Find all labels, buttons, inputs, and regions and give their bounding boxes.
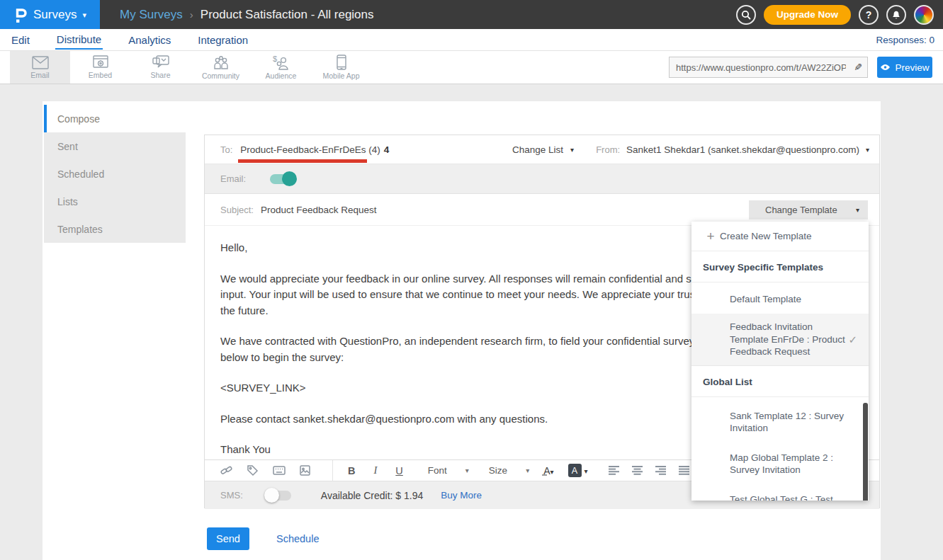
product-switcher[interactable]: Surveys ▾	[0, 0, 100, 29]
text-color-button[interactable]: A▾	[539, 465, 558, 476]
toggle-knob	[264, 488, 279, 503]
help-button[interactable]: ?	[859, 5, 879, 25]
tab-edit[interactable]: Edit	[10, 30, 31, 49]
chevron-down-icon: ▾	[550, 468, 554, 476]
color-bar	[542, 474, 546, 476]
mobile-app-icon	[337, 55, 346, 70]
align-center-icon[interactable]	[626, 466, 649, 475]
chevron-down-icon: ▾	[570, 146, 574, 154]
share-icon	[152, 55, 169, 69]
toolbar-divider	[332, 460, 333, 481]
sms-toggle[interactable]	[266, 491, 291, 501]
template-item-test-global[interactable]: Test Global Test G : Test RAA G	[691, 487, 869, 501]
chevron-down-icon: ▾	[866, 146, 869, 154]
template-item-default[interactable]: Default Template	[691, 282, 869, 314]
template-item-sank[interactable]: Sank Template 12 : Survey Invitation	[691, 404, 869, 441]
sms-label: SMS:	[220, 490, 243, 501]
check-icon: ✓	[848, 333, 857, 347]
keyboard-icon[interactable]	[266, 466, 292, 475]
font-family-dropdown[interactable]: Font▾	[418, 465, 479, 476]
chevron-down-icon: ▾	[526, 467, 529, 474]
community-icon	[213, 55, 230, 70]
change-template-dropdown[interactable]: Change Template ▾	[749, 200, 868, 219]
sidebar-item-sent[interactable]: Sent	[44, 132, 186, 160]
align-right-icon[interactable]	[649, 466, 672, 475]
insert-tag-icon[interactable]	[239, 464, 266, 476]
from-value: Sanket1 Shekdar1 (sanket.shekdar@questio…	[626, 144, 859, 155]
survey-url-input[interactable]	[670, 62, 849, 73]
subject-label: Subject:	[220, 205, 254, 215]
template-item-map-global[interactable]: Map Global Template 2 : Survey Invitatio…	[691, 445, 869, 483]
bold-button[interactable]: B	[339, 465, 364, 476]
edit-url-pencil-icon[interactable]: ✎	[849, 62, 867, 73]
chevron-down-icon: ▾	[856, 206, 859, 214]
survey-specific-templates-header: Survey Specific Templates	[691, 251, 869, 282]
page-title: Product Satisfaction - All regions	[201, 8, 374, 22]
breadcrumb: My Surveys › Product Satisfaction - All …	[120, 8, 374, 22]
send-button[interactable]: Send	[207, 527, 249, 550]
survey-link-field: ✎	[669, 57, 868, 78]
svg-text:$: $	[273, 55, 277, 63]
from-label: From:	[596, 144, 620, 155]
top-header: Surveys ▾ My Surveys › Product Satisfact…	[0, 0, 943, 29]
available-credit: Available Credit: $ 1.94	[321, 490, 424, 501]
from-sender-dropdown[interactable]: From: Sanket1 Shekdar1 (sanket.shekdar@q…	[580, 144, 869, 155]
sidebar-item-scheduled[interactable]: Scheduled	[44, 160, 186, 188]
question-mark-icon: ?	[866, 9, 872, 21]
email-toggle[interactable]	[270, 174, 295, 184]
preview-button[interactable]: Preview	[877, 57, 932, 78]
eye-icon	[880, 64, 891, 71]
sidebar-item-lists[interactable]: Lists	[44, 188, 186, 215]
responses-count: Responses: 0	[876, 35, 934, 45]
search-button[interactable]	[736, 5, 756, 25]
insert-image-icon[interactable]	[292, 465, 318, 476]
survey-tabs: Edit Distribute Analytics Integration Re…	[0, 29, 943, 51]
insert-link-icon[interactable]	[213, 464, 239, 476]
user-avatar[interactable]	[914, 5, 934, 25]
sidebar-item-templates[interactable]: Templates	[44, 215, 186, 243]
underline-button[interactable]: U	[386, 465, 412, 476]
channel-share[interactable]: Share	[130, 51, 191, 84]
tab-distribute[interactable]: Distribute	[55, 30, 103, 50]
create-new-template-item[interactable]: + Create New Template	[691, 222, 869, 251]
tab-analytics[interactable]: Analytics	[127, 30, 172, 49]
scrollbar-thumb[interactable]	[863, 403, 868, 501]
email-toggle-label: Email:	[220, 173, 246, 184]
notifications-button[interactable]	[886, 5, 906, 25]
buy-more-link[interactable]: Buy More	[441, 490, 482, 501]
template-menu: + Create New Template Survey Specific Te…	[691, 222, 869, 501]
italic-button[interactable]: I	[364, 464, 386, 476]
channel-email[interactable]: Email	[10, 51, 70, 84]
channel-toolbar: Email Embed Share Community $ Audienc	[0, 51, 943, 84]
background-color-button[interactable]: A▾	[564, 464, 592, 477]
email-toggle-row: Email:	[205, 164, 879, 194]
tab-integration[interactable]: Integration	[196, 30, 249, 49]
chevron-down-icon: ▾	[585, 467, 588, 475]
channel-embed[interactable]: Embed	[70, 51, 130, 84]
sidebar-item-compose[interactable]: Compose	[44, 105, 186, 132]
chevron-down-icon: ▾	[82, 11, 86, 20]
toggle-knob	[282, 171, 297, 186]
change-list-dropdown[interactable]: Change List ▾	[512, 144, 574, 155]
to-label: To:	[220, 144, 232, 155]
search-icon	[741, 10, 751, 20]
channel-audience[interactable]: $ Audience	[251, 51, 311, 84]
channel-mobile-app[interactable]: Mobile App	[311, 51, 371, 84]
recipient-count: 4	[384, 144, 390, 155]
align-left-icon[interactable]	[602, 466, 626, 475]
recipient-list-name[interactable]: Product-Feedback-EnFrDeEs (4)	[240, 144, 380, 155]
upgrade-now-button[interactable]: Upgrade Now	[764, 5, 851, 25]
product-name: Surveys	[33, 8, 77, 22]
recipient-row: To: Product-Feedback-EnFrDeEs (4) 4 Chan…	[205, 135, 879, 164]
email-icon	[32, 56, 49, 69]
breadcrumb-separator-icon: ›	[190, 8, 193, 21]
subject-value[interactable]: Product Feedback Request	[261, 205, 377, 215]
breadcrumb-my-surveys[interactable]: My Surveys	[120, 8, 183, 22]
channel-community[interactable]: Community	[191, 51, 251, 84]
font-size-dropdown[interactable]: Size▾	[479, 465, 539, 476]
embed-icon	[93, 55, 108, 69]
template-item-feedback-invitation[interactable]: Feedback Invitation Template EnFrDe : Pr…	[691, 314, 869, 366]
audience-icon: $	[272, 55, 290, 70]
schedule-link[interactable]: Schedule	[276, 533, 319, 544]
bell-icon	[891, 9, 901, 20]
